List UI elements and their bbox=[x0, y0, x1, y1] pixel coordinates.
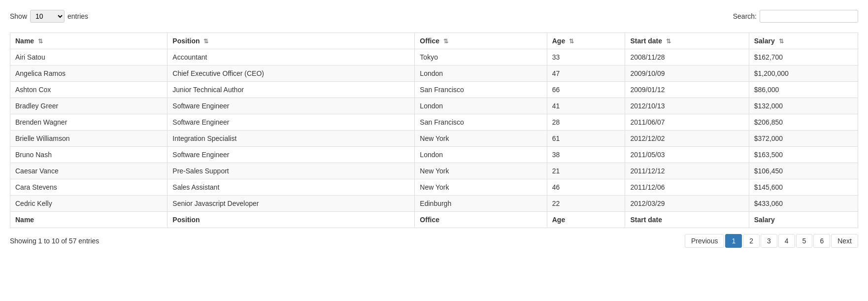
cell-age: 66 bbox=[547, 82, 625, 98]
page-5-button[interactable]: 5 bbox=[796, 234, 813, 248]
show-entries-control: Show 10 25 50 100 entries bbox=[10, 10, 88, 23]
col-name[interactable]: Name ⇅ bbox=[10, 33, 167, 49]
footer-col-start-date[interactable]: Start date bbox=[625, 212, 749, 228]
col-start-date[interactable]: Start date ⇅ bbox=[625, 33, 749, 49]
cell-name: Ashton Cox bbox=[10, 82, 167, 98]
page-6-button[interactable]: 6 bbox=[813, 234, 830, 248]
page-2-button[interactable]: 2 bbox=[743, 234, 760, 248]
search-input[interactable] bbox=[760, 10, 858, 23]
sort-start-date-icon: ⇅ bbox=[666, 38, 671, 45]
table-row: Bruno NashSoftware EngineerLondon382011/… bbox=[10, 147, 858, 163]
col-position[interactable]: Position ⇅ bbox=[167, 33, 415, 49]
table-header: Name ⇅ Position ⇅ Office ⇅ Age ⇅ Start d… bbox=[10, 33, 858, 49]
cell-position: Pre-Sales Support bbox=[167, 163, 415, 179]
footer-row: Name Position Office Age Start date Sala… bbox=[10, 212, 858, 228]
cell-start_date: 2011/12/12 bbox=[625, 163, 749, 179]
cell-position: Software Engineer bbox=[167, 114, 415, 131]
footer-col-salary[interactable]: Salary bbox=[749, 212, 858, 228]
cell-office: New York bbox=[415, 131, 547, 147]
cell-age: 22 bbox=[547, 196, 625, 212]
cell-office: Edinburgh bbox=[415, 196, 547, 212]
cell-salary: $433,060 bbox=[749, 196, 858, 212]
table-row: Cedric KellySenior Javascript DeveloperE… bbox=[10, 196, 858, 212]
sort-name-icon: ⇅ bbox=[38, 38, 43, 45]
col-office[interactable]: Office ⇅ bbox=[415, 33, 547, 49]
cell-name: Angelica Ramos bbox=[10, 66, 167, 82]
cell-start_date: 2009/01/12 bbox=[625, 82, 749, 98]
table-controls: Show 10 25 50 100 entries Search: bbox=[10, 10, 858, 28]
entries-label: entries bbox=[67, 12, 88, 20]
col-age[interactable]: Age ⇅ bbox=[547, 33, 625, 49]
cell-name: Cara Stevens bbox=[10, 179, 167, 196]
footer-col-office[interactable]: Office bbox=[415, 212, 547, 228]
cell-office: New York bbox=[415, 179, 547, 196]
cell-position: Accountant bbox=[167, 49, 415, 66]
cell-name: Cedric Kelly bbox=[10, 196, 167, 212]
cell-position: Senior Javascript Developer bbox=[167, 196, 415, 212]
cell-salary: $372,000 bbox=[749, 131, 858, 147]
cell-office: London bbox=[415, 66, 547, 82]
cell-age: 46 bbox=[547, 179, 625, 196]
table-row: Airi SatouAccountantTokyo332008/11/28$16… bbox=[10, 49, 858, 66]
footer-col-name[interactable]: Name bbox=[10, 212, 167, 228]
cell-start_date: 2008/11/28 bbox=[625, 49, 749, 66]
show-label: Show bbox=[10, 12, 27, 20]
next-button[interactable]: Next bbox=[831, 234, 858, 248]
cell-salary: $106,450 bbox=[749, 163, 858, 179]
table-row: Caesar VancePre-Sales SupportNew York212… bbox=[10, 163, 858, 179]
page-4-button[interactable]: 4 bbox=[778, 234, 795, 248]
cell-office: New York bbox=[415, 163, 547, 179]
table-row: Brielle WilliamsonIntegration Specialist… bbox=[10, 131, 858, 147]
cell-age: 41 bbox=[547, 98, 625, 114]
footer-col-position[interactable]: Position bbox=[167, 212, 415, 228]
cell-office: San Francisco bbox=[415, 114, 547, 131]
pagination-buttons: Previous 1 2 3 4 5 6 Next bbox=[685, 234, 858, 248]
cell-salary: $163,500 bbox=[749, 147, 858, 163]
sort-office-icon: ⇅ bbox=[443, 38, 448, 45]
cell-age: 47 bbox=[547, 66, 625, 82]
cell-age: 38 bbox=[547, 147, 625, 163]
header-row: Name ⇅ Position ⇅ Office ⇅ Age ⇅ Start d… bbox=[10, 33, 858, 49]
cell-salary: $145,600 bbox=[749, 179, 858, 196]
search-label: Search: bbox=[733, 12, 757, 20]
cell-start_date: 2012/03/29 bbox=[625, 196, 749, 212]
cell-age: 33 bbox=[547, 49, 625, 66]
entries-per-page-select[interactable]: 10 25 50 100 bbox=[30, 10, 65, 23]
cell-salary: $206,850 bbox=[749, 114, 858, 131]
cell-start_date: 2012/12/02 bbox=[625, 131, 749, 147]
col-salary[interactable]: Salary ⇅ bbox=[749, 33, 858, 49]
sort-salary-icon: ⇅ bbox=[779, 38, 784, 45]
cell-office: London bbox=[415, 98, 547, 114]
table-row: Brenden WagnerSoftware EngineerSan Franc… bbox=[10, 114, 858, 131]
cell-position: Sales Assistant bbox=[167, 179, 415, 196]
cell-name: Bradley Greer bbox=[10, 98, 167, 114]
cell-start_date: 2012/10/13 bbox=[625, 98, 749, 114]
pagination-info: Showing 1 to 10 of 57 entries bbox=[10, 237, 99, 245]
cell-name: Brenden Wagner bbox=[10, 114, 167, 131]
cell-office: San Francisco bbox=[415, 82, 547, 98]
sort-position-icon: ⇅ bbox=[203, 38, 208, 45]
table-footer: Name Position Office Age Start date Sala… bbox=[10, 212, 858, 228]
cell-office: London bbox=[415, 147, 547, 163]
previous-button[interactable]: Previous bbox=[685, 234, 724, 248]
cell-position: Software Engineer bbox=[167, 98, 415, 114]
cell-start_date: 2011/05/03 bbox=[625, 147, 749, 163]
page-3-button[interactable]: 3 bbox=[761, 234, 777, 248]
cell-name: Caesar Vance bbox=[10, 163, 167, 179]
cell-start_date: 2011/12/06 bbox=[625, 179, 749, 196]
cell-salary: $132,000 bbox=[749, 98, 858, 114]
table-body: Airi SatouAccountantTokyo332008/11/28$16… bbox=[10, 49, 858, 212]
table-row: Angelica RamosChief Executive Officer (C… bbox=[10, 66, 858, 82]
pagination-area: Showing 1 to 10 of 57 entries Previous 1… bbox=[10, 234, 858, 248]
cell-salary: $1,200,000 bbox=[749, 66, 858, 82]
cell-position: Junior Technical Author bbox=[167, 82, 415, 98]
cell-start_date: 2009/10/09 bbox=[625, 66, 749, 82]
table-row: Cara StevensSales AssistantNew York46201… bbox=[10, 179, 858, 196]
sort-age-icon: ⇅ bbox=[569, 38, 574, 45]
table-row: Bradley GreerSoftware EngineerLondon4120… bbox=[10, 98, 858, 114]
cell-salary: $86,000 bbox=[749, 82, 858, 98]
cell-name: Airi Satou bbox=[10, 49, 167, 66]
table-row: Ashton CoxJunior Technical AuthorSan Fra… bbox=[10, 82, 858, 98]
footer-col-age[interactable]: Age bbox=[547, 212, 625, 228]
page-1-button[interactable]: 1 bbox=[725, 234, 742, 248]
